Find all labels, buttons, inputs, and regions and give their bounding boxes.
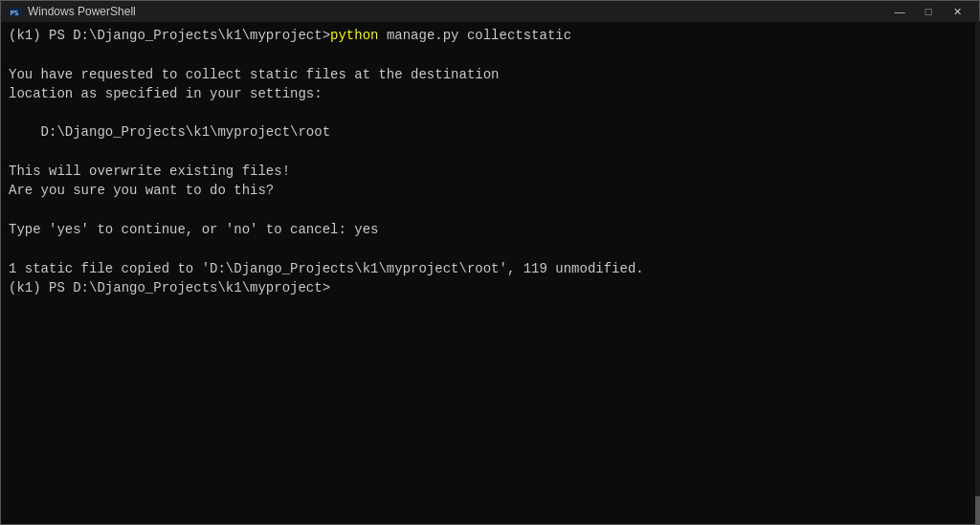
titlebar-controls: — □ ✕ (885, 1, 971, 22)
blank-line-5 (9, 239, 971, 258)
output-line-7: 1 static file copied to 'D:\Django_Proje… (9, 259, 971, 278)
terminal-body[interactable]: (k1) PS D:\Django_Projects\k1\myproject>… (1, 22, 979, 524)
maximize-button[interactable]: □ (914, 1, 943, 22)
command-line: (k1) PS D:\Django_Projects\k1\myproject>… (9, 26, 971, 45)
command-args: manage.py collectstatic (378, 26, 571, 45)
output-line-3: D:\Django_Projects\k1\myproject\root (9, 122, 971, 142)
final-prompt-ps: PS (41, 278, 74, 297)
prompt-env: (k1) (9, 26, 41, 45)
blank-line-4 (9, 201, 971, 220)
titlebar: PS Windows PowerShell — □ ✕ (1, 1, 979, 22)
titlebar-icon: PS (9, 5, 22, 18)
titlebar-title: Windows PowerShell (28, 5, 885, 18)
scrollbar[interactable] (975, 21, 980, 525)
window-container: PS Windows PowerShell — □ ✕ (k1) PS D:\D… (0, 0, 980, 525)
final-prompt-env: (k1) (9, 278, 41, 297)
output-line-1: You have requested to collect static fil… (9, 65, 971, 84)
output-line-4: This will overwrite existing files! (9, 162, 971, 181)
svg-text:PS: PS (11, 10, 18, 17)
output-line-2: location as specified in your settings: (9, 84, 971, 103)
scrollbar-thumb (975, 496, 980, 525)
powershell-window: PS Windows PowerShell — □ ✕ (k1) PS D:\D… (0, 0, 980, 525)
final-prompt-line: (k1) PS D:\Django_Projects\k1\myproject> (9, 278, 971, 297)
close-button[interactable]: ✕ (943, 1, 971, 22)
blank-line-2 (9, 103, 971, 122)
python-keyword: python (330, 26, 378, 45)
prompt-path: D:\Django_Projects\k1\myproject> (73, 26, 330, 45)
blank-line-1 (9, 45, 971, 64)
output-line-6: Type 'yes' to continue, or 'no' to cance… (9, 220, 971, 239)
minimize-button[interactable]: — (885, 1, 914, 22)
blank-line-3 (9, 142, 971, 162)
prompt-ps: PS (41, 26, 74, 45)
final-prompt-path: D:\Django_Projects\k1\myproject> (73, 278, 330, 297)
output-line-5: Are you sure you want to do this? (9, 181, 971, 200)
